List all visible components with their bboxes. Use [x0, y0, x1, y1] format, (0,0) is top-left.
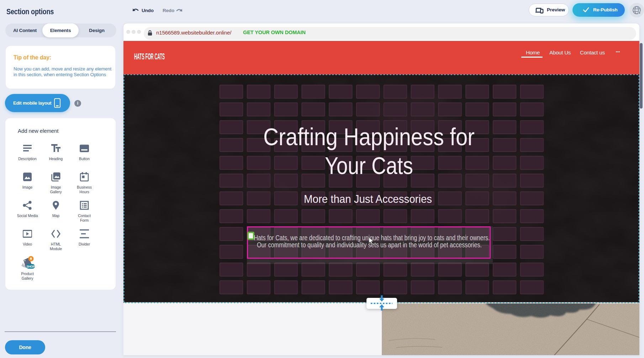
svg-text:SHOP: SHOP [26, 265, 35, 268]
